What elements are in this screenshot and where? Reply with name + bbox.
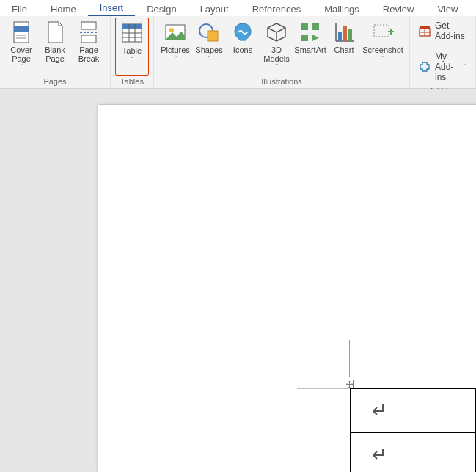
group-illustrations-label: Illustrations bbox=[158, 76, 405, 88]
svg-rect-22 bbox=[338, 32, 342, 41]
svg-rect-4 bbox=[81, 22, 96, 29]
store-icon bbox=[419, 25, 431, 37]
table-cell[interactable] bbox=[351, 389, 476, 433]
tab-layout-label: Layout bbox=[200, 4, 229, 15]
tab-insert-label: Insert bbox=[100, 2, 124, 13]
pictures-button[interactable]: Pictures ˅ bbox=[158, 18, 192, 76]
smartart-button[interactable]: SmartArt bbox=[293, 18, 327, 76]
page-break-button[interactable]: PageBreak bbox=[72, 18, 106, 76]
screenshot-button[interactable]: Screenshot ˅ bbox=[361, 18, 405, 76]
tab-help[interactable]: Help bbox=[469, 1, 476, 16]
tab-references-label: References bbox=[252, 4, 301, 15]
svg-rect-1 bbox=[14, 26, 29, 32]
group-pages: CoverPage ˅ BlankPage PageBreak Pages bbox=[0, 16, 111, 88]
get-addins-button[interactable]: Get Add-ins bbox=[414, 18, 471, 44]
document-workspace bbox=[0, 89, 476, 472]
blank-page-button[interactable]: BlankPage bbox=[38, 18, 72, 76]
tab-file[interactable]: File bbox=[0, 1, 39, 16]
table-icon bbox=[120, 21, 144, 45]
svg-rect-8 bbox=[122, 24, 142, 29]
ribbon-insert: CoverPage ˅ BlankPage PageBreak Pages bbox=[0, 16, 476, 89]
tab-insert[interactable]: Insert bbox=[88, 0, 136, 16]
shapes-icon bbox=[197, 21, 221, 44]
table-row[interactable] bbox=[351, 433, 476, 473]
3d-models-icon bbox=[265, 21, 288, 44]
chart-button[interactable]: Chart bbox=[327, 18, 361, 76]
paragraph-mark-icon bbox=[368, 400, 387, 422]
my-addins-label: My Add-ins bbox=[435, 51, 455, 82]
dropdown-arrow-icon: ˅ bbox=[381, 56, 385, 62]
tab-file-label: File bbox=[12, 4, 27, 15]
svg-rect-19 bbox=[301, 35, 308, 41]
svg-rect-24 bbox=[348, 29, 352, 41]
tab-mailings[interactable]: Mailings bbox=[312, 1, 371, 16]
document-table[interactable] bbox=[350, 388, 476, 472]
group-illustrations: Pictures ˅ Shapes ˅ Icons 3DMod bbox=[154, 16, 410, 88]
shapes-label: Shapes bbox=[195, 46, 222, 55]
svg-point-14 bbox=[169, 28, 174, 32]
svg-rect-29 bbox=[420, 26, 430, 29]
group-tables-label: Tables bbox=[115, 76, 149, 88]
tab-design-label: Design bbox=[147, 4, 176, 15]
blank-page-icon bbox=[43, 21, 67, 44]
tab-home-label: Home bbox=[51, 4, 76, 15]
icons-icon bbox=[231, 21, 255, 44]
blank-page-label: BlankPage bbox=[45, 46, 65, 63]
screenshot-icon bbox=[371, 21, 395, 44]
get-addins-label: Get Add-ins bbox=[435, 21, 466, 41]
dropdown-arrow-icon: ˅ bbox=[275, 64, 279, 70]
screenshot-label: Screenshot bbox=[362, 46, 403, 55]
dropdown-arrow-icon: ˅ bbox=[174, 56, 177, 62]
tab-design[interactable]: Design bbox=[135, 1, 188, 16]
my-addins-icon bbox=[419, 61, 431, 73]
main-tabs: File Home Insert Design Layout Reference… bbox=[0, 0, 476, 16]
paragraph-mark-icon bbox=[368, 444, 387, 466]
tab-review[interactable]: Review bbox=[371, 1, 426, 16]
tab-home[interactable]: Home bbox=[39, 1, 88, 16]
tab-view[interactable]: View bbox=[425, 1, 469, 16]
chart-icon bbox=[332, 21, 356, 44]
page-break-label: PageBreak bbox=[78, 46, 100, 63]
table-label: Table bbox=[122, 47, 142, 56]
table-button[interactable]: Table ˅ bbox=[115, 18, 149, 76]
cover-page-icon bbox=[10, 21, 33, 44]
my-addins-button[interactable]: My Add-ins ˅ bbox=[414, 48, 471, 85]
smartart-label: SmartArt bbox=[294, 46, 326, 55]
dropdown-arrow-icon: ˅ bbox=[208, 56, 211, 62]
group-tables: Table ˅ Tables bbox=[111, 16, 154, 88]
pictures-icon bbox=[164, 21, 187, 44]
page-break-icon bbox=[77, 21, 100, 44]
svg-rect-5 bbox=[81, 35, 96, 43]
table-cell[interactable] bbox=[351, 433, 476, 473]
svg-rect-18 bbox=[312, 23, 319, 30]
pictures-label: Pictures bbox=[161, 46, 190, 55]
cover-page-label: CoverPage bbox=[10, 46, 32, 63]
3d-models-button[interactable]: 3DModels ˅ bbox=[260, 18, 293, 76]
table-move-handle[interactable] bbox=[345, 380, 354, 388]
3d-models-label: 3DModels bbox=[263, 46, 289, 63]
insertion-cursor bbox=[349, 340, 350, 377]
tab-references[interactable]: References bbox=[241, 1, 312, 16]
dropdown-arrow-icon: ˅ bbox=[131, 57, 134, 63]
group-addins: Get Add-ins My Add-ins ˅ Add-ins bbox=[410, 16, 476, 88]
dropdown-arrow-icon: ˅ bbox=[20, 64, 23, 70]
chart-label: Chart bbox=[334, 46, 354, 55]
svg-rect-23 bbox=[343, 26, 347, 41]
group-pages-label: Pages bbox=[4, 76, 106, 88]
svg-rect-17 bbox=[301, 23, 308, 30]
tab-mailings-label: Mailings bbox=[324, 4, 359, 15]
tab-view-label: View bbox=[437, 4, 458, 15]
table-row[interactable] bbox=[351, 389, 476, 433]
smartart-icon bbox=[299, 21, 322, 44]
dropdown-arrow-icon: ˅ bbox=[463, 63, 466, 70]
icons-button[interactable]: Icons bbox=[226, 18, 260, 76]
svg-rect-25 bbox=[374, 25, 389, 37]
tab-review-label: Review bbox=[383, 4, 414, 15]
cover-page-button[interactable]: CoverPage ˅ bbox=[4, 18, 38, 76]
icons-label: Icons bbox=[233, 46, 252, 55]
svg-rect-16 bbox=[208, 31, 218, 41]
shapes-button[interactable]: Shapes ˅ bbox=[192, 18, 226, 76]
tab-layout[interactable]: Layout bbox=[188, 1, 241, 16]
